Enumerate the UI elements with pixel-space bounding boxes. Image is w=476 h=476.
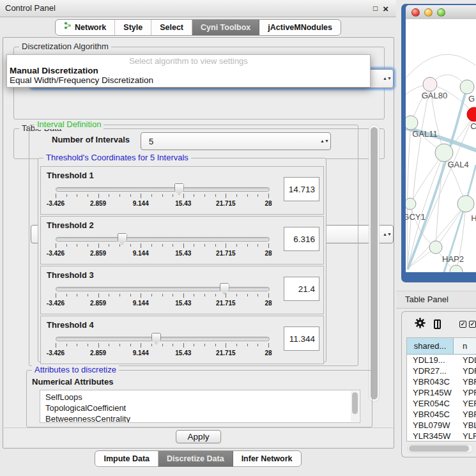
network-node-label: HAP2 [442,254,464,264]
tab-network[interactable]: Network [56,20,115,35]
slider-track[interactable] [56,237,270,242]
slider-track[interactable] [56,287,270,291]
table-row[interactable]: YBL079WYBL0 [407,420,476,431]
network-edge[interactable] [406,54,475,78]
column-header-shared-name[interactable]: shared... [407,338,454,354]
apply-button[interactable]: Apply [176,430,222,443]
scrollbar-thumb[interactable] [371,127,378,399]
tab-select[interactable]: Select [151,20,192,35]
tab-infer-network[interactable]: Infer Network [233,451,301,466]
threshold-panel: Threshold 4 -3.4262.8599.14415.4321.7152… [40,316,324,364]
list-item[interactable]: SelfLoops [45,392,360,403]
control-panel-tabs: NetworkStyleSelectCyni ToolboxjActiveMNo… [0,19,396,36]
network-node[interactable] [457,196,474,212]
tab-label: Style [123,20,142,35]
cyni-mode-tabs: Impute DataDiscretize DataInfer Network [0,450,396,467]
network-node-label: GAL80 [422,91,447,100]
list-item[interactable]: TopologicalCoefficient [45,403,360,413]
tab-label: Network [75,20,106,35]
node-attribute-table[interactable]: shared... n YDL19...YDL1YDR27...YDR2YBR0… [406,337,476,441]
network-node-label: H [471,213,476,223]
network-node-label: C [470,121,476,131]
checkbox-icon[interactable]: ✓ [459,321,466,328]
cyni-toolbox-panel: Discretization Algorithm ▲▼ Table Data g… [3,37,394,449]
cell-shared-name: YER054C [407,398,454,409]
network-node-label: G [468,94,475,104]
number-of-intervals-label: Number of Intervals [52,135,130,144]
threshold-slider[interactable]: -3.4262.8599.14415.4321.71528 [41,167,323,214]
network-node[interactable] [460,80,474,94]
threshold-value-input[interactable]: 14.713 [284,177,319,201]
table-panel-titlebar: Table Panel [396,291,476,309]
close-traffic-light-icon[interactable] [411,8,420,17]
network-node[interactable] [429,241,442,254]
table-row[interactable]: YDR27...YDR2 [407,365,476,376]
tab-jactivemnodules[interactable]: jActiveMNodules [259,20,341,35]
divider [4,427,393,428]
network-node[interactable] [423,77,437,91]
network-node[interactable] [406,116,418,130]
table-row[interactable]: YBR043CYBR0 [407,376,476,387]
tab-label: Discretize Data [167,451,224,466]
table-row[interactable]: YPR145WYPR1 [407,387,476,398]
checkbox-icon[interactable]: ✓ [469,321,476,328]
network-node[interactable] [450,265,463,272]
tab-discretize-data[interactable]: Discretize Data [158,451,233,466]
minimize-traffic-light-icon[interactable] [424,8,433,17]
gear-icon[interactable] [415,318,426,330]
split-view-icon[interactable] [434,319,441,329]
table-panel: ✓ ✓ shared... n YDL19...YDL1YDR27...YDR2… [401,311,476,457]
list-item[interactable]: BetweennessCentrality [45,413,360,423]
network-node[interactable] [406,198,416,210]
scrollbar-thumb[interactable] [409,445,469,452]
threshold-value-input[interactable]: 21.4 [284,277,319,301]
table-horizontal-scrollbar[interactable] [407,444,473,453]
table-row[interactable]: YBR045CYBR0 [407,409,476,420]
thresholds-group-title: Threshold's Coordinates for 5 Intervals [43,153,191,162]
tab-label: jActiveMNodules [268,20,332,35]
network-node[interactable] [467,107,476,121]
cell-name: YBR0 [454,409,476,420]
network-view-window: GAL80GCGAL11GAL4GCY1HHAP2 [401,4,476,282]
threshold-slider[interactable]: -3.4262.8599.14415.4321.71528 [41,316,323,364]
table-row[interactable]: YDL19...YDL1 [407,355,476,365]
threshold-value-input[interactable]: 6.316 [284,227,319,251]
scrollbar-thumb[interactable] [352,392,358,414]
table-panel-title: Table Panel [405,291,449,308]
slider-ticks [56,243,268,249]
interval-definition-title: Interval Definition [35,119,104,129]
threshold-value-input[interactable]: 11.344 [284,326,319,351]
threshold-slider[interactable]: -3.4262.8599.14415.4321.71528 [41,217,323,264]
slider-track[interactable] [56,337,270,341]
zoom-traffic-light-icon[interactable] [437,8,445,17]
settings-vertical-scrollbar[interactable] [369,125,380,402]
tab-style[interactable]: Style [115,20,151,35]
tab-cyni-toolbox[interactable]: Cyni Toolbox [192,20,259,35]
threshold-slider[interactable]: -3.4262.8599.14415.4321.71528 [41,266,323,314]
table-row[interactable]: YLR345WYLR3 [407,431,476,441]
close-icon[interactable]: × [383,3,388,14]
network-node-label: GAL4 [447,160,468,169]
network-node[interactable] [435,144,453,162]
number-of-intervals-select[interactable]: 5 ▲▼ [141,132,331,150]
list-vertical-scrollbar[interactable] [351,391,359,422]
cell-name: YER0 [454,398,476,409]
column-header-name[interactable]: n [454,338,476,354]
attributes-group-title: Attributes to discretize [32,365,119,374]
numerical-attributes-list[interactable]: SelfLoopsTopologicalCoefficientBetweenne… [40,390,360,423]
algorithm-option-equal-width-frequency-discretization[interactable]: Equal Width/Frequency Discretization [7,75,370,85]
thresholds-group: Threshold's Coordinates for 5 Intervals … [38,158,326,362]
slider-track[interactable] [56,187,270,192]
cell-shared-name: YDR27... [407,365,454,376]
table-row[interactable]: YER054CYER0 [407,398,476,409]
algorithm-option-manual-discretization[interactable]: Manual Discretization [7,66,370,75]
threshold-panel: Threshold 3 -3.4262.8599.14415.4321.7152… [40,266,324,314]
slider-ticks [56,194,268,199]
tab-impute-data[interactable]: Impute Data [95,451,158,466]
tab-label: Impute Data [104,451,150,466]
network-canvas[interactable]: GAL80GCGAL11GAL4GCY1HHAP2 [406,19,476,272]
slider-tick-labels: -3.4262.8599.14415.4321.71528 [56,300,268,307]
float-window-icon[interactable]: □ [373,4,378,13]
tab-label: Select [160,20,183,35]
combo-stepper-icon: ▲▼ [319,139,330,143]
